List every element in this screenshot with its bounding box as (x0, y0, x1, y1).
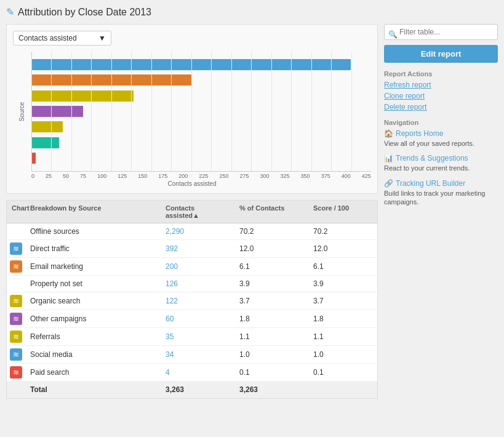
row-icon: ≋ (10, 348, 22, 361)
report-action-link[interactable]: Delete report (384, 103, 498, 111)
table-row-contacts[interactable]: 392 (161, 240, 234, 257)
table-row-pct: 1.0 (234, 346, 308, 363)
table-row-icon-cell: ≋ (7, 310, 25, 327)
tracking-icon: 🔗 (384, 179, 393, 188)
table-row-pct: 3.9 (234, 276, 308, 292)
table-row: ≋Paid search40.10.1 (7, 364, 377, 382)
x-tick-label: 175 (158, 173, 167, 179)
table-row: ≋Direct traffic39212.012.0 (7, 240, 377, 258)
row-icon: ≋ (10, 295, 22, 307)
page-wrapper: ✎ Attribution by Close Date 2013 Contact… (0, 0, 504, 437)
chart-bar-row (32, 120, 371, 134)
row-icon: ≋ (10, 243, 22, 255)
table-row-contacts[interactable]: 60 (161, 310, 234, 327)
report-actions-label: Report Actions (384, 70, 498, 78)
table-row-score: 70.2 (308, 223, 370, 239)
chart-wrapper: Source (13, 52, 371, 187)
nav-item-title[interactable]: 🏠Reports Home (384, 129, 498, 138)
x-tick-label: 225 (199, 173, 208, 179)
table-row-name: Total (25, 382, 161, 398)
table-row-name: Paid search (25, 364, 161, 381)
main-content: Contacts assisted ▼ Source (6, 24, 498, 399)
metric-dropdown[interactable]: Contacts assisted ▼ (13, 31, 111, 46)
x-tick-label: 150 (138, 173, 147, 179)
row-icon: ≋ (10, 331, 22, 343)
table-row-name: Property not set (25, 276, 161, 292)
table-row-score: 6.1 (308, 258, 370, 275)
table-row-contacts[interactable]: 200 (161, 258, 234, 275)
table-row-icon-cell: ≋ (7, 364, 25, 381)
chart-bar-row (32, 58, 371, 71)
chart-bar-row (32, 73, 371, 87)
table-row-icon-cell (7, 382, 25, 398)
col-contacts[interactable]: Contacts assisted▲ (161, 201, 234, 223)
table-row-icon-cell: ≋ (7, 346, 25, 363)
row-icon: ≋ (10, 313, 22, 325)
table-row-pct: 1.8 (234, 310, 308, 327)
table-row-contacts[interactable]: 34 (161, 346, 234, 363)
x-tick-label: 125 (118, 173, 127, 179)
chart-bar-row (32, 136, 371, 150)
table-row-icon-cell (7, 276, 25, 292)
x-axis-label: Contacts assisted (168, 180, 217, 187)
table-row-contacts[interactable]: 4 (161, 364, 234, 381)
col-chart: Chart (7, 201, 25, 223)
row-icon: ≋ (10, 366, 22, 379)
table-row-icon-cell: ≋ (7, 328, 25, 345)
table-row-pct: 12.0 (234, 240, 308, 257)
x-tick-label: 200 (178, 173, 188, 179)
x-tick-label: 375 (321, 173, 330, 179)
filter-input[interactable] (384, 24, 498, 40)
report-action-link[interactable]: Clone report (384, 92, 498, 100)
table-row: Offline sources2,29070.270.2 (7, 223, 377, 240)
table-row-contacts[interactable]: 126 (161, 276, 234, 292)
x-tick-label: 325 (281, 173, 290, 179)
x-tick-label: 25 (46, 173, 52, 179)
table-header: Chart Breakdown by Source Contacts assis… (7, 201, 377, 223)
table-row: ≋Other campaigns601.81.8 (7, 310, 377, 328)
edit-report-button[interactable]: Edit report (384, 45, 498, 63)
nav-item-title[interactable]: 📊Trends & Suggestions (384, 154, 498, 162)
nav-link-text: Trends & Suggestions (396, 154, 468, 162)
table-row-score: 0.1 (308, 364, 370, 381)
page-title: Attribution by Close Date 2013 (18, 7, 151, 18)
table-body: Offline sources2,29070.270.2≋Direct traf… (7, 223, 377, 398)
nav-item-title[interactable]: 🔗Tracking URL Builder (384, 179, 498, 188)
report-actions-section: Report Actions Refresh reportClone repor… (384, 70, 498, 111)
table-row-score: 1.0 (308, 346, 370, 363)
table-row-pct: 0.1 (234, 364, 308, 381)
table-row: ≋Social media341.01.0 (7, 346, 377, 364)
x-tick-label: 400 (342, 173, 351, 179)
nav-link-text: Tracking URL Builder (396, 179, 465, 188)
table-row-name: Direct traffic (25, 240, 161, 257)
table-row-pct: 3.7 (234, 292, 308, 310)
nav-item: 📊Trends & SuggestionsReact to your curre… (384, 154, 498, 172)
dropdown-container: Contacts assisted ▼ (13, 31, 371, 46)
filter-wrapper: 🔍 (384, 24, 498, 45)
chart-bar (32, 121, 63, 132)
table-row-contacts[interactable]: 2,290 (161, 223, 234, 239)
table-row-contacts[interactable]: 35 (161, 328, 234, 345)
page-title-bar: ✎ Attribution by Close Date 2013 (6, 6, 498, 18)
table-row: ≋Organic search1223.73.7 (7, 292, 377, 310)
report-action-link[interactable]: Refresh report (384, 81, 498, 89)
col-pct: % of Contacts (234, 201, 308, 223)
table-row-score: 3.9 (308, 276, 370, 292)
x-tick-label: 275 (239, 173, 249, 179)
col-source: Breakdown by Source (25, 201, 161, 223)
x-tick-label: 350 (301, 173, 310, 179)
nav-item-desc: React to your current trends. (384, 164, 498, 172)
table-row-score: 3.7 (308, 292, 370, 310)
chart-bar (32, 59, 351, 70)
x-tick-label: 100 (97, 173, 106, 179)
table-row-icon-cell (7, 223, 25, 239)
table-row-name: Organic search (25, 292, 161, 310)
home-icon: 🏠 (384, 129, 393, 138)
table-section: Chart Breakdown by Source Contacts assis… (6, 200, 378, 399)
dropdown-label: Contacts assisted (18, 34, 77, 42)
table-row-pct: 6.1 (234, 258, 308, 275)
table-row: ≋Referrals351.11.1 (7, 328, 377, 346)
table-row-contacts: 3,263 (161, 382, 234, 398)
chevron-down-icon: ▼ (98, 34, 106, 42)
table-row-contacts[interactable]: 122 (161, 292, 234, 310)
